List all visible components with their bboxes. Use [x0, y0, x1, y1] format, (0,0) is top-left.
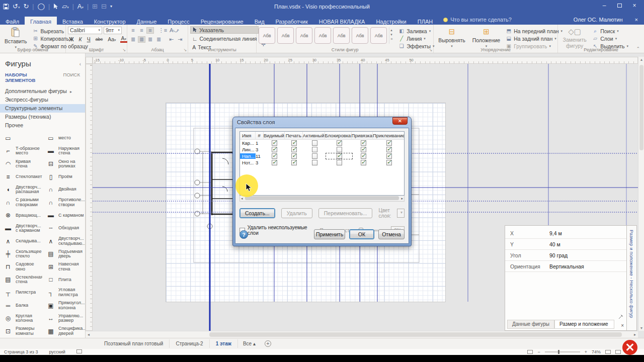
minimize-button[interactable]: –	[597, 0, 612, 11]
shape-style-swatch[interactable]: Абв	[370, 27, 387, 44]
shape-style-swatch[interactable]: Абв	[259, 27, 275, 44]
tell-me-box[interactable]: Что вы хотите сделать?	[438, 15, 517, 25]
stencil-item[interactable]: ◖ Двустворч... распашная	[0, 183, 43, 196]
active-cell[interactable]	[303, 140, 326, 146]
stencil-item[interactable]: ∩ Двойная	[43, 183, 85, 196]
print-cell[interactable]	[285, 160, 304, 165]
tab-size-position[interactable]: Размер и положение	[554, 320, 614, 329]
shape-style-swatch[interactable]: Абв	[333, 27, 350, 44]
add-page-button[interactable]: +	[265, 340, 271, 347]
stencil-item[interactable]: ⊓ Садовое окно	[0, 260, 43, 274]
stencil-nav-item[interactable]: Экспресс-фигуры	[0, 96, 85, 104]
active-cell[interactable]	[303, 153, 326, 159]
visible-cell[interactable]	[264, 140, 285, 146]
stencil-item[interactable]: ◠ Кривая стена	[0, 157, 43, 170]
stencil-item[interactable]: ═ Балка	[0, 299, 43, 312]
table-scrollbar[interactable]: ◂▸	[239, 196, 405, 202]
stencil-item[interactable]: ▯ Проём	[43, 170, 85, 184]
snap-cell[interactable]	[353, 153, 374, 159]
fit-page-icon[interactable]	[605, 350, 611, 354]
connector-tool-button[interactable]: ∟ Соединительная линия	[190, 35, 259, 42]
zoom-in-icon[interactable]: +	[585, 349, 587, 354]
stencil-item[interactable]: □ Плита	[43, 274, 85, 287]
tab-stencils[interactable]: НАБОРЫ ЭЛЕМЕНТОВ	[5, 72, 56, 83]
collapse-ribbon-icon[interactable]: ⌃	[636, 46, 640, 51]
stencil-item[interactable]: ▬ С карманом	[43, 209, 85, 222]
page-tab[interactable]: Страница-2	[170, 339, 209, 348]
snap-cell[interactable]	[353, 140, 374, 146]
layer-name[interactable]: Нот...	[240, 160, 256, 165]
align-left-icon[interactable]: ≣	[129, 36, 137, 43]
horizontal-scrollbar[interactable]: ◂ ▸	[86, 331, 638, 338]
styles-scroll-up-icon[interactable]: ▴	[390, 28, 392, 32]
hscroll-thumb[interactable]	[209, 332, 622, 337]
snap-cell[interactable]	[353, 147, 374, 152]
paste-button[interactable]: Вставить▾	[2, 26, 30, 50]
vscroll-thumb[interactable]	[639, 65, 643, 150]
stencil-item[interactable]: ∧ Складыва...	[0, 235, 43, 248]
layer-name[interactable]: Кар...	[240, 140, 256, 146]
glue-cell[interactable]	[374, 160, 404, 165]
maximize-button[interactable]	[612, 0, 627, 11]
styles-scroll-down-icon[interactable]: ▾	[390, 33, 392, 37]
underline-button[interactable]: Ч	[86, 36, 92, 42]
scroll-left-icon[interactable]: ◂	[88, 332, 90, 337]
ok-button[interactable]: ОК	[349, 229, 374, 239]
dialog-close-button[interactable]: ✕	[392, 117, 408, 125]
zoom-level[interactable]: 74%	[592, 349, 601, 354]
visible-cell[interactable]	[264, 147, 285, 152]
lock-cell[interactable]	[326, 147, 353, 152]
tab-shape-data[interactable]: Данные фигуры	[507, 320, 554, 329]
bold-button[interactable]: Ж	[68, 36, 75, 42]
layer-row[interactable]: Нот... 3	[240, 159, 404, 166]
styles-dialog-launcher[interactable]: ↘	[429, 48, 432, 52]
visible-cell[interactable]	[264, 160, 285, 165]
account-name[interactable]: Олег ОС. Малютин	[568, 15, 629, 25]
stencil-item[interactable]: ⊞ Навесная стена	[43, 260, 85, 274]
close-button[interactable]: ×	[627, 0, 642, 11]
page-status[interactable]: Страница 3 из 3	[4, 349, 38, 354]
property-value[interactable]: 90 град	[549, 252, 568, 258]
stencil-item[interactable]: ▣ Прямоугол... колонна	[43, 299, 85, 312]
print-cell[interactable]	[285, 140, 304, 146]
apply-button[interactable]: Применить	[314, 229, 345, 239]
stencil-nav-item[interactable]: Дополнительные фигуры	[0, 87, 85, 96]
stencil-nav-item[interactable]: Прочее	[0, 121, 85, 130]
stencil-item[interactable]: ▬ Наружная стена	[43, 145, 85, 158]
align-button[interactable]: ⊟ Выровнять▾	[436, 26, 468, 49]
justify-icon[interactable]: ≣	[155, 36, 163, 43]
lock-cell[interactable]	[326, 153, 353, 159]
cancel-button[interactable]: Отмена	[378, 229, 405, 239]
strikethrough-button[interactable]: abc	[95, 37, 104, 42]
help-button[interactable]: ?	[239, 230, 248, 239]
stencil-item[interactable]: ▭	[0, 132, 43, 145]
zoom-slider[interactable]	[545, 351, 580, 352]
font-size-select[interactable]: 9пт▾	[104, 27, 122, 34]
layers-button[interactable]: ▱Слои▾	[591, 35, 629, 42]
zoom-out-icon[interactable]: −	[537, 349, 540, 354]
all-pages-button[interactable]: Все ▴	[238, 339, 261, 348]
stencil-item[interactable]: ↔ Управляю... размер	[43, 312, 85, 325]
send-to-back-button[interactable]: ⬓На задний план▾	[505, 35, 564, 42]
scroll-right-icon[interactable]: ▸	[634, 332, 636, 337]
shape-style-swatch[interactable]: Абв	[314, 27, 331, 44]
stencil-item[interactable]: ∩ Противоле... створки	[43, 196, 85, 209]
stencil-item[interactable]: ▭ место	[43, 132, 85, 145]
align-top-icon[interactable]: ≡	[129, 27, 137, 34]
macro-icon[interactable]	[76, 349, 82, 353]
print-cell[interactable]	[285, 147, 304, 152]
presentation-mode-icon[interactable]	[527, 350, 533, 354]
property-value[interactable]: Вертикальная	[549, 263, 584, 269]
font-family-select[interactable]: Calibri▾	[68, 27, 102, 34]
print-cell[interactable]	[285, 153, 304, 159]
pin-icon[interactable]	[618, 314, 623, 319]
visible-cell[interactable]	[264, 153, 285, 159]
active-cell[interactable]	[303, 160, 326, 165]
size-position-row[interactable]: X 9,4 м	[505, 228, 626, 239]
new-layer-button[interactable]: Создать...	[239, 208, 275, 218]
layer-row[interactable]: Кар... 1	[240, 140, 404, 146]
glue-cell[interactable]	[374, 153, 404, 159]
vertical-scrollbar[interactable]: ▲ ▼	[638, 57, 644, 331]
lock-cell[interactable]	[326, 140, 353, 146]
stencil-item[interactable]: ⌐ Т-образное место	[0, 145, 43, 158]
